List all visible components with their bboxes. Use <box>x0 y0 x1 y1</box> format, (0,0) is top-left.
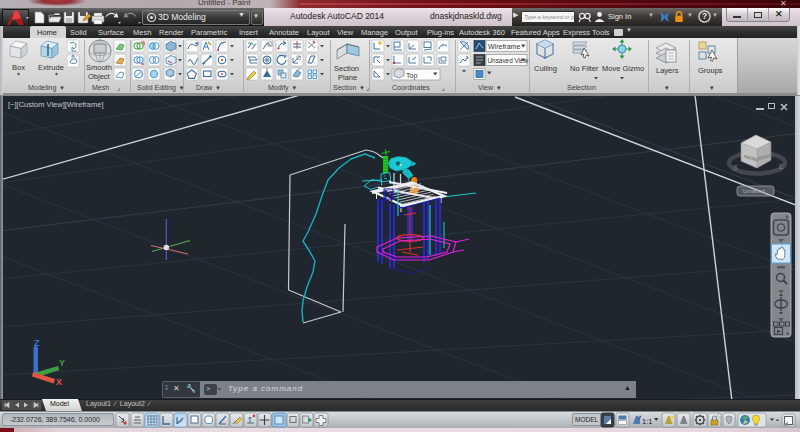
svg-text:X: X <box>56 377 62 387</box>
svg-text:Groups: Groups <box>698 66 723 75</box>
svg-text:Culling: Culling <box>534 64 557 73</box>
svg-text:1:1: 1:1 <box>642 417 652 426</box>
svg-text:Move Gizmo: Move Gizmo <box>602 64 644 73</box>
svg-text:Plane: Plane <box>338 73 357 82</box>
svg-text:Layers: Layers <box>656 66 679 75</box>
svg-text:Smooth: Smooth <box>86 63 112 72</box>
svg-text:Y: Y <box>59 358 65 368</box>
svg-text:Section: Section <box>334 64 359 73</box>
svg-text:S: S <box>733 164 738 171</box>
svg-text:Wireframe: Wireframe <box>488 43 520 50</box>
svg-text:Top: Top <box>406 72 417 80</box>
svg-text:No Filter: No Filter <box>570 64 599 73</box>
svg-text:Box: Box <box>12 63 25 72</box>
svg-text:Z: Z <box>34 338 40 348</box>
svg-text:?: ? <box>702 11 707 21</box>
svg-text:Extrude: Extrude <box>38 63 64 72</box>
svg-text:E: E <box>779 163 784 170</box>
svg-text:Unnamed: Unnamed <box>743 188 765 194</box>
svg-text:Object: Object <box>88 72 111 81</box>
